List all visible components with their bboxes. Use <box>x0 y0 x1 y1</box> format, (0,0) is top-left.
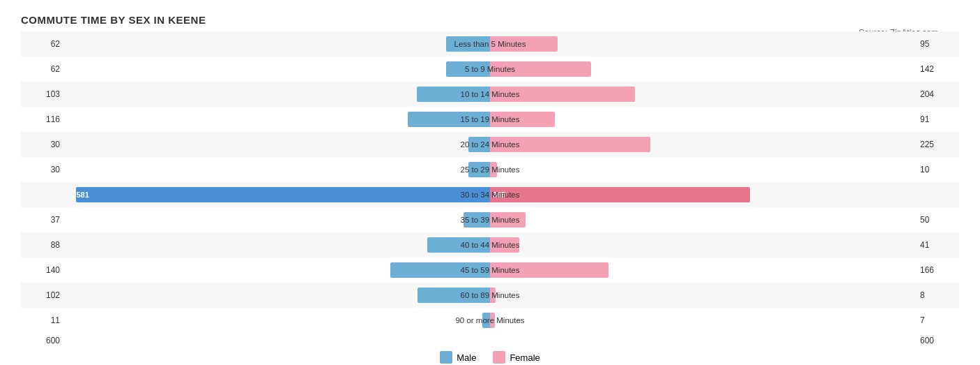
male-bar <box>446 61 490 77</box>
bars-wrapper: 90 or more Minutes <box>63 311 917 329</box>
male-bar <box>468 162 490 177</box>
female-value: 41 <box>917 240 959 250</box>
bars-wrapper: 60 to 89 Minutes <box>63 286 917 304</box>
male-value: 102 <box>21 290 63 300</box>
bar-section: 60 to 89 Minutes <box>63 283 917 308</box>
female-bar <box>490 112 555 127</box>
female-bar <box>490 162 497 177</box>
female-value: 7 <box>917 315 959 325</box>
female-bar <box>490 262 608 278</box>
male-bar <box>408 112 491 127</box>
female-bar <box>490 288 496 303</box>
chart-row: 14045 to 59 Minutes166 <box>21 258 959 283</box>
bar-section: 30 to 34 Minutes581365 <box>63 182 917 207</box>
chart-container: 62Less than 5 Minutes95625 to 9 Minutes1… <box>21 31 959 333</box>
female-legend-label: Female <box>510 352 539 363</box>
male-bar <box>446 36 490 52</box>
female-bar <box>490 36 558 52</box>
male-value: 11 <box>21 315 63 325</box>
female-bar <box>490 237 519 253</box>
female-value: 10 <box>917 165 959 174</box>
female-value: 142 <box>917 64 959 74</box>
chart-row: 62Less than 5 Minutes95 <box>21 31 959 57</box>
male-value: 62 <box>21 39 63 49</box>
chart-row: 10260 to 89 Minutes8 <box>21 283 959 308</box>
axis-row: 600 600 <box>21 336 959 345</box>
legend: Male Female <box>21 351 959 364</box>
female-value: 8 <box>917 290 959 300</box>
bar-section: 45 to 59 Minutes <box>63 258 917 283</box>
male-value: 37 <box>21 215 63 225</box>
female-bar <box>490 137 650 152</box>
female-bar <box>490 212 526 228</box>
female-value: 95 <box>917 39 959 49</box>
male-value: 30 <box>21 165 63 174</box>
male-value: 140 <box>21 265 63 275</box>
male-bar <box>464 212 490 228</box>
bars-wrapper: 10 to 14 Minutes <box>63 85 917 103</box>
male-value: 116 <box>21 114 63 124</box>
male-bar <box>468 137 490 152</box>
bar-section: Less than 5 Minutes <box>63 31 917 57</box>
male-bar <box>418 288 490 303</box>
female-value: 204 <box>917 89 959 99</box>
bar-section: 10 to 14 Minutes <box>63 82 917 107</box>
bars-wrapper: 5 to 9 Minutes <box>63 60 917 78</box>
male-value: 30 <box>21 140 63 149</box>
bars-wrapper: 30 to 34 Minutes581365 <box>63 186 917 204</box>
female-bar <box>490 61 591 77</box>
male-bar <box>417 87 490 102</box>
bar-section: 5 to 9 Minutes <box>63 57 917 82</box>
female-value: 50 <box>917 215 959 225</box>
female-bar-value: 365 <box>490 187 750 202</box>
bars-wrapper: 45 to 59 Minutes <box>63 261 917 279</box>
chart-row: 3025 to 29 Minutes10 <box>21 157 959 182</box>
bar-section: 40 to 44 Minutes <box>63 232 917 258</box>
chart-row: 625 to 9 Minutes142 <box>21 57 959 82</box>
male-value: 103 <box>21 89 63 99</box>
chart-row: 8840 to 44 Minutes41 <box>21 232 959 258</box>
chart-row: 11615 to 19 Minutes91 <box>21 107 959 132</box>
axis-right: 600 <box>917 336 959 345</box>
bar-section: 15 to 19 Minutes <box>63 107 917 132</box>
bar-section: 35 to 39 Minutes <box>63 207 917 232</box>
bars-wrapper: 25 to 29 Minutes <box>63 161 917 179</box>
chart-row: 1190 or more Minutes7 <box>21 308 959 333</box>
bars-wrapper: 40 to 44 Minutes <box>63 236 917 254</box>
male-bar <box>482 313 490 328</box>
bar-section: 90 or more Minutes <box>63 308 917 333</box>
chart-row: 30 to 34 Minutes581365 <box>21 182 959 207</box>
male-value: 88 <box>21 240 63 250</box>
female-bar <box>490 313 495 328</box>
male-bar-value: 581 <box>76 187 490 202</box>
female-value: 225 <box>917 140 959 149</box>
female-value: 91 <box>917 114 959 124</box>
male-value: 62 <box>21 64 63 74</box>
chart-title: COMMUTE TIME BY SEX IN KEENE <box>21 14 959 26</box>
female-legend-box <box>493 351 505 364</box>
female-bar <box>490 87 635 102</box>
legend-female: Female <box>493 351 539 364</box>
male-bar <box>390 262 490 278</box>
bars-wrapper: 15 to 19 Minutes <box>63 110 917 128</box>
male-bar <box>427 237 490 253</box>
male-legend-label: Male <box>457 352 476 363</box>
legend-male: Male <box>440 351 476 364</box>
chart-row: 10310 to 14 Minutes204 <box>21 82 959 107</box>
bar-section: 20 to 24 Minutes <box>63 132 917 157</box>
axis-left: 600 <box>21 336 63 345</box>
bars-wrapper: 20 to 24 Minutes <box>63 135 917 154</box>
bars-wrapper: 35 to 39 Minutes <box>63 211 917 229</box>
chart-row: 3735 to 39 Minutes50 <box>21 207 959 232</box>
bars-wrapper: Less than 5 Minutes <box>63 35 917 53</box>
male-legend-box <box>440 351 452 364</box>
bar-section: 25 to 29 Minutes <box>63 157 917 182</box>
chart-row: 3020 to 24 Minutes225 <box>21 132 959 157</box>
female-value: 166 <box>917 265 959 275</box>
